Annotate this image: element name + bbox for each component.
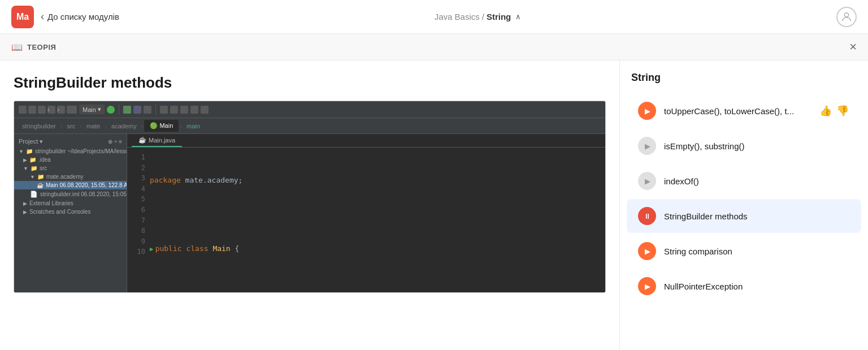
lesson-name-2: isEmpty(), substring() [664, 141, 850, 151]
tree-item-scratches[interactable]: ▶ Scratches and Consoles [14, 208, 127, 216]
lesson-play-btn-6[interactable]: ▶ [638, 277, 656, 295]
ide-separator-2 [155, 105, 156, 115]
code-line-3: ▶public class Main { [150, 243, 601, 254]
pause-icon-4: ⏸ [644, 212, 651, 221]
ide-tab-src[interactable]: src [64, 120, 79, 132]
lesson-item-2[interactable]: ▶ isEmpty(), substring() [627, 129, 861, 163]
tree-arrow-icon-idea: ▶ [23, 157, 27, 163]
ide-icon-back[interactable]: ‹ [47, 106, 55, 114]
tree-item-src-label: src [40, 165, 47, 171]
ide-icon-fwd[interactable]: › [57, 106, 65, 114]
code-tab-item-main[interactable]: ☕ Main.java [132, 134, 182, 147]
lesson-name-3: indexOf() [664, 176, 850, 186]
line-numbers: 12345 678910 [127, 148, 147, 293]
tree-arrow-icon-src: ▼ [23, 166, 28, 171]
back-link[interactable]: ‹ До списку модулів [41, 11, 119, 23]
ide-icon-3 [38, 106, 46, 114]
tree-arrow-icon-mate: ▼ [30, 174, 35, 180]
tree-item-idea[interactable]: ▶ 📁 .idea [14, 155, 127, 164]
ide-icon-1 [19, 106, 27, 114]
book-icon: 📖 [11, 42, 23, 53]
back-label: До списку модулів [47, 12, 119, 21]
file-icon-iml: 📄 [30, 191, 38, 198]
tree-item-main-label: Main 06.08.2020, 15:05, 122.8 A... [46, 182, 127, 188]
tree-item-mate-label: mate.academy [46, 174, 84, 180]
tree-item-stringbuilder[interactable]: ▼ 📁 stringbuilder ~/IdeaProjects/MA/less… [14, 147, 127, 155]
tree-item-iml[interactable]: 📄 stringbuilder.iml 06.08.2020, 15:05, 4… [14, 189, 127, 199]
lesson-item-4[interactable]: ⏸ StringBuilder methods [627, 199, 861, 233]
content-area: StringBuilder methods ‹ › Main ▾ [0, 61, 619, 350]
lesson-item-3[interactable]: ▶ indexOf() [627, 164, 861, 198]
thumbs-down-btn-1[interactable]: 👎 [835, 103, 850, 118]
tree-item-src[interactable]: ▼ 📁 src [14, 164, 127, 172]
tree-item-label: stringbuilder ~/IdeaProjects/MA/lesso [35, 148, 127, 154]
ide-tab-stringbuilder[interactable]: stringbuilder [19, 120, 59, 132]
project-sidebar: Project ▾ ⊕ ÷ ≡ ▼ 📁 stringbuilder ~/Idea… [14, 134, 127, 293]
back-arrow-icon: ‹ [41, 11, 44, 23]
theory-label: ТЕОРІЯ [27, 43, 56, 51]
thumbs-up-btn-1[interactable]: 👍 [818, 103, 833, 118]
play-icon-5: ▶ [645, 247, 650, 256]
code-line-1: package mate.academy; [150, 175, 601, 186]
breadcrumb: Java Basics / String ∧ [435, 12, 522, 21]
code-tab-file-icon: ☕ [138, 136, 146, 144]
breadcrumb-separator: / [482, 12, 484, 21]
lesson-play-btn-3[interactable]: ▶ [638, 172, 656, 190]
lesson-play-btn-2[interactable]: ▶ [638, 137, 656, 155]
ide-tab-academy[interactable]: academy [108, 120, 140, 132]
file-icon-main: ☕ [37, 182, 44, 188]
ide-search-icon[interactable] [160, 106, 168, 114]
tree-item-main-file[interactable]: ☕ Main 06.08.2020, 15:05, 122.8 A... [14, 181, 127, 189]
lesson-name-4: StringBuilder methods [664, 211, 850, 221]
ide-tab-main[interactable]: main [183, 120, 203, 132]
lesson-name-5: String comparison [664, 247, 850, 256]
ide-separator [119, 105, 119, 115]
lesson-play-btn-1[interactable]: ▶ [638, 102, 656, 120]
tree-item-ext-libs[interactable]: ▶ External Libraries [14, 199, 127, 208]
ide-grid-icon[interactable] [201, 106, 209, 114]
lesson-name-1: toUpperCase(), toLowerCase(), t... [664, 106, 818, 116]
lesson-name-6: NullPointerException [664, 282, 850, 291]
ide-structure-icon[interactable] [180, 106, 188, 114]
theory-title-row: 📖 ТЕОРІЯ [11, 42, 56, 53]
ide-run-button[interactable] [107, 106, 115, 114]
code-editor-area: ☕ Main.java 12345 678910 package mate.ac… [127, 134, 605, 293]
folder-icon: 📁 [26, 148, 33, 154]
close-button[interactable]: × [849, 41, 857, 53]
lesson-item-5[interactable]: ▶ String comparison [627, 234, 861, 268]
nav-left: Ma ‹ До списку модулів [11, 6, 119, 28]
code-line-2 [150, 209, 601, 221]
ide-dropdown-arrow: ▾ [98, 106, 101, 113]
tree-item-mate-academy[interactable]: ▼ 📁 mate.academy [14, 172, 127, 181]
ide-bookmark-icon[interactable] [170, 106, 178, 114]
play-icon-2: ▶ [645, 142, 650, 150]
lesson-play-btn-4[interactable]: ⏸ [638, 207, 656, 225]
thumbs-1: 👍 👎 [818, 103, 850, 118]
lesson-item-1[interactable]: ▶ toUpperCase(), toLowerCase(), t... 👍 👎 [627, 94, 861, 128]
right-sidebar: String ▶ toUpperCase(), toLowerCase(), t… [619, 61, 868, 350]
tree-arrow-scratches: ▶ [23, 209, 27, 215]
tree-item-iml-label: stringbuilder.iml 06.08.2020, 15:05, 42.… [40, 191, 127, 197]
lesson-item-6[interactable]: ▶ NullPointerException [627, 269, 861, 303]
ide-icon-x [67, 106, 77, 114]
ide-dropdown-label: Main [83, 106, 96, 113]
theory-panel-header: 📖 ТЕОРІЯ × [0, 34, 868, 61]
breadcrumb-current: String [487, 12, 511, 21]
sidebar-heading: String [620, 72, 868, 93]
lesson-play-btn-5[interactable]: ▶ [638, 242, 656, 260]
logo-badge: Ma [11, 6, 34, 28]
ide-profile-icon [133, 106, 141, 114]
ide-tab-mate[interactable]: mate [83, 120, 103, 132]
tree-item-ext-label: External Libraries [29, 200, 73, 206]
ide-settings-icon[interactable] [190, 106, 198, 114]
code-content: 12345 678910 package mate.academy; ▶publ… [127, 148, 605, 293]
user-avatar[interactable] [836, 7, 857, 27]
tree-item-idea-label: .idea [38, 157, 51, 163]
chevron-down-icon[interactable]: ∧ [515, 12, 521, 21]
breadcrumb-module[interactable]: Java Basics [435, 12, 480, 21]
ide-icon-2 [28, 106, 36, 114]
svg-point-0 [844, 12, 848, 16]
ide-tab-main-capital[interactable]: 🟢 Main [144, 120, 179, 132]
ide-dropdown-main[interactable]: Main ▾ [79, 105, 105, 114]
top-navigation: Ma ‹ До списку модулів Java Basics / Str… [0, 0, 868, 34]
